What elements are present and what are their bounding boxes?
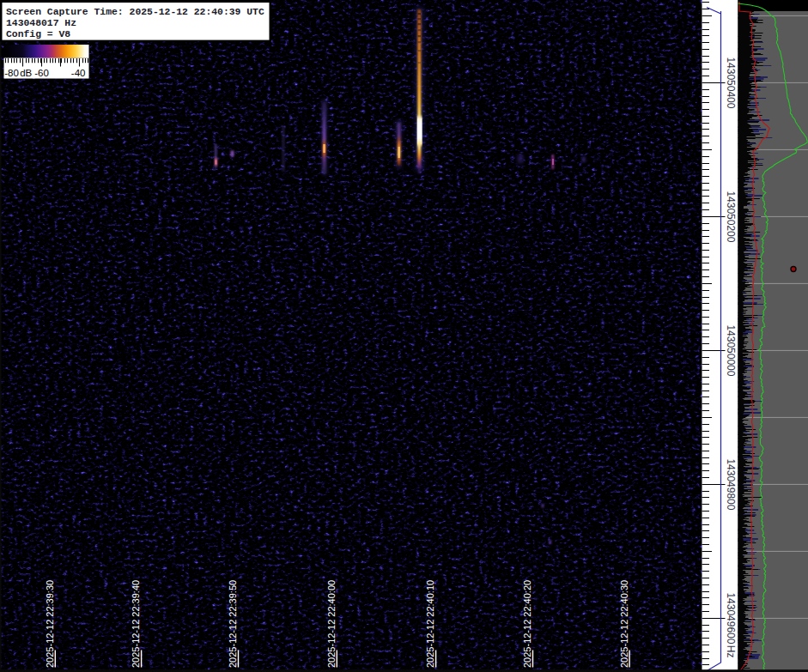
svg-text:-40: -40 bbox=[71, 68, 86, 78]
svg-text:2025-12-12 22:40:10: 2025-12-12 22:40:10 bbox=[425, 580, 435, 668]
svg-text:-60: -60 bbox=[34, 68, 49, 78]
svg-text:143050400: 143050400 bbox=[725, 57, 737, 108]
svg-text:143050200: 143050200 bbox=[725, 191, 737, 242]
svg-text:Config = V8: Config = V8 bbox=[6, 29, 70, 39]
svg-text:dB: dB bbox=[20, 68, 32, 78]
svg-text:2025-12-12 22:39:40: 2025-12-12 22:39:40 bbox=[131, 580, 141, 668]
svg-text:2025-12-12 22:40:00: 2025-12-12 22:40:00 bbox=[326, 580, 337, 668]
svg-text:143049800: 143049800 bbox=[725, 458, 737, 510]
svg-text:143048017 Hz: 143048017 Hz bbox=[6, 18, 76, 28]
svg-text:143050000: 143050000 bbox=[725, 324, 737, 376]
svg-text:2025-12-12 22:40:20: 2025-12-12 22:40:20 bbox=[522, 580, 532, 668]
svg-text:2025-12-12 22:39:30: 2025-12-12 22:39:30 bbox=[45, 580, 55, 668]
svg-text:2025-12-12 22:39:50: 2025-12-12 22:39:50 bbox=[228, 580, 238, 668]
svg-text:-80: -80 bbox=[4, 68, 19, 78]
svg-text:2025-12-12 22:40:30: 2025-12-12 22:40:30 bbox=[619, 580, 629, 668]
svg-text:143049600: 143049600 bbox=[725, 592, 737, 644]
svg-text:Hz: Hz bbox=[725, 645, 737, 658]
svg-text:Screen Capture Time: 2025-12-1: Screen Capture Time: 2025-12-12 22:40:39… bbox=[6, 7, 264, 17]
